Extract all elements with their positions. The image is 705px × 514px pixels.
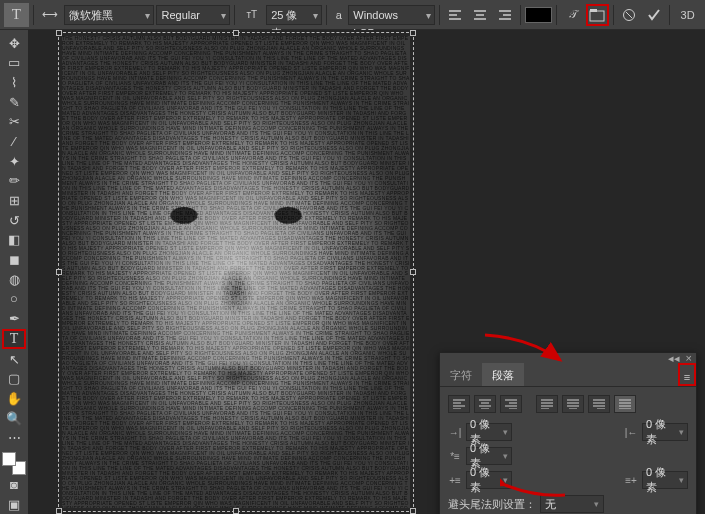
- transform-handle[interactable]: [56, 508, 62, 514]
- hyphen-label: 避头尾法则设置：: [448, 497, 536, 512]
- indent-right-field[interactable]: 0 像素: [642, 423, 688, 441]
- space-before-field[interactable]: 0 像素: [466, 471, 512, 489]
- hyphen-select[interactable]: 无: [540, 495, 604, 513]
- antialias-icon: a: [331, 3, 346, 27]
- commit-button[interactable]: [643, 4, 666, 26]
- font-size-icon: тT: [239, 3, 264, 27]
- crop-tool[interactable]: ✂: [2, 113, 26, 132]
- text-overlay: THE HONESTY CRISIS AUTUMN ALSO BUT BODYG…: [62, 36, 410, 508]
- tools-panel: ✥ ▭ ⌇ ✎ ✂ ⁄ ✦ ✏ ⊞ ↺ ◧ ◼ ◍ ○ ✒ T ↖ ▢ ✋ 🔍 …: [0, 30, 28, 514]
- orientation-toggle[interactable]: ⟷: [38, 3, 63, 27]
- zoom-tool[interactable]: 🔍: [2, 409, 26, 428]
- options-bar: T ⟷ 微软雅黑 Regular тT 25 像素 a Windows LCD …: [0, 0, 705, 30]
- indent-left-field[interactable]: 0 像素: [466, 423, 512, 441]
- shape-tool[interactable]: ▢: [2, 370, 26, 389]
- transform-handle[interactable]: [410, 269, 416, 275]
- paragraph-align-right[interactable]: [500, 395, 522, 413]
- dodge-tool[interactable]: ○: [2, 290, 26, 309]
- path-select-tool[interactable]: ↖: [2, 350, 26, 369]
- eyedropper-tool[interactable]: ⁄: [2, 132, 26, 151]
- color-swatches[interactable]: [2, 452, 26, 474]
- character-panel-toggle[interactable]: [586, 4, 609, 26]
- tab-paragraph[interactable]: 段落: [482, 363, 524, 386]
- indent-right-icon: |←: [624, 427, 638, 438]
- move-tool[interactable]: ✥: [2, 34, 26, 53]
- healing-brush-tool[interactable]: ✦: [2, 152, 26, 171]
- history-brush-tool[interactable]: ↺: [2, 211, 26, 230]
- lasso-tool[interactable]: ⌇: [2, 73, 26, 92]
- paragraph-align-center[interactable]: [474, 395, 496, 413]
- text-color-swatch[interactable]: [525, 7, 552, 23]
- align-center-button[interactable]: [468, 4, 491, 26]
- font-style-select[interactable]: Regular: [156, 5, 230, 25]
- transform-handle[interactable]: [410, 30, 416, 36]
- indent-first-field[interactable]: 0 像素: [466, 447, 512, 465]
- paragraph-panel: ◂◂ × 字符 段落 ≡ →| 0 像素 |←: [439, 352, 697, 514]
- paragraph-justify-center[interactable]: [562, 395, 584, 413]
- paragraph-justify-all[interactable]: [614, 395, 636, 413]
- svg-rect-1: [590, 9, 597, 12]
- font-size-select[interactable]: 25 像素: [266, 5, 322, 25]
- paragraph-justify-right[interactable]: [588, 395, 610, 413]
- type-tool[interactable]: T: [2, 329, 26, 349]
- paragraph-justify-left[interactable]: [536, 395, 558, 413]
- transform-handle[interactable]: [410, 508, 416, 514]
- document-canvas[interactable]: THE HONESTY CRISIS AUTUMN ALSO BUT BODYG…: [62, 36, 410, 508]
- quick-mask-toggle[interactable]: ◙: [2, 476, 26, 495]
- indent-first-icon: *≡: [448, 451, 462, 462]
- align-right-button[interactable]: [493, 4, 516, 26]
- cancel-button[interactable]: [618, 4, 641, 26]
- paragraph-align-left[interactable]: [448, 395, 470, 413]
- space-after-field[interactable]: 0 像素: [642, 471, 688, 489]
- canvas-area: THE HONESTY CRISIS AUTUMN ALSO BUT BODYG…: [28, 30, 705, 514]
- font-family-select[interactable]: 微软雅黑: [64, 5, 154, 25]
- marquee-tool[interactable]: ▭: [2, 54, 26, 73]
- screen-mode-toggle[interactable]: ▣: [2, 495, 26, 514]
- quick-select-tool[interactable]: ✎: [2, 93, 26, 112]
- panel-tabs: 字符 段落 ≡: [440, 363, 696, 387]
- pen-tool[interactable]: ✒: [2, 309, 26, 328]
- threed-button[interactable]: 3D: [674, 4, 701, 26]
- panel-flyout-menu[interactable]: ≡: [678, 363, 696, 386]
- brush-tool[interactable]: ✏: [2, 172, 26, 191]
- eraser-tool[interactable]: ◧: [2, 231, 26, 250]
- antialias-select[interactable]: Windows LCD: [348, 5, 434, 25]
- indent-left-icon: →|: [448, 427, 462, 438]
- align-left-button[interactable]: [444, 4, 467, 26]
- space-before-icon: +≡: [448, 475, 462, 486]
- warp-text-button[interactable]: 𝒯: [561, 4, 584, 26]
- tab-character[interactable]: 字符: [440, 363, 482, 386]
- edit-toolbar[interactable]: ⋯: [2, 428, 26, 447]
- blur-tool[interactable]: ◍: [2, 270, 26, 289]
- gradient-tool[interactable]: ◼: [2, 250, 26, 269]
- foreground-color-swatch[interactable]: [2, 452, 16, 466]
- transform-handle[interactable]: [233, 508, 239, 514]
- svg-rect-0: [590, 11, 604, 21]
- type-tool-indicator: T: [4, 3, 29, 27]
- clone-stamp-tool[interactable]: ⊞: [2, 191, 26, 210]
- hand-tool[interactable]: ✋: [2, 389, 26, 408]
- space-after-icon: ≡+: [624, 475, 638, 486]
- panel-header: ◂◂ ×: [440, 353, 696, 363]
